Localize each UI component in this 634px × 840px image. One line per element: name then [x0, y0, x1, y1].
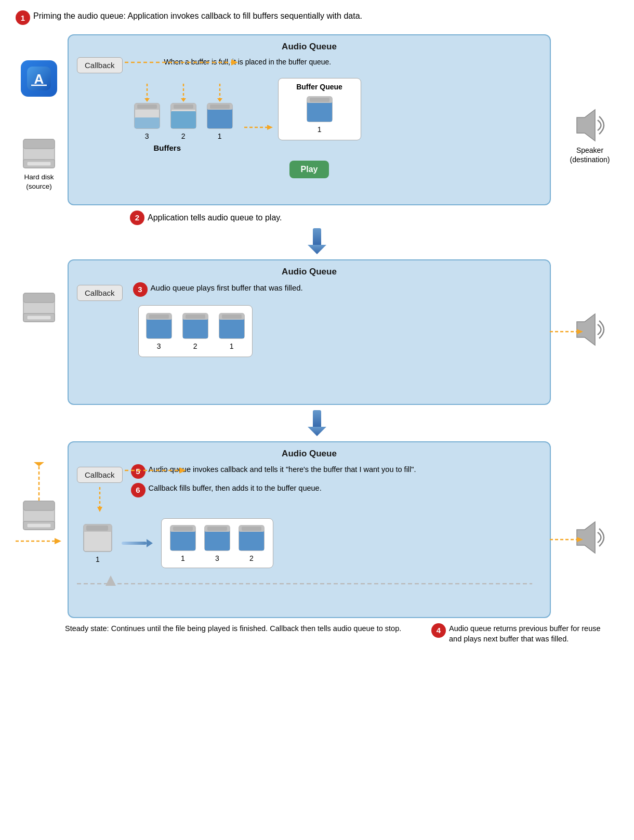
svg-marker-35	[308, 245, 326, 254]
step1-badge: 1	[16, 10, 30, 25]
buffer-label-2: 2	[181, 132, 186, 140]
svg-marker-32	[231, 59, 238, 65]
section3-to-speaker-arrow	[550, 536, 585, 543]
buffer3-queue-3	[203, 524, 231, 552]
svg-rect-79	[207, 527, 227, 531]
audio-queue-title-3: Audio Queue	[77, 449, 541, 459]
hard-disk-label: Hard disk(source)	[24, 173, 54, 191]
svg-marker-57	[34, 462, 44, 466]
svg-marker-8	[144, 98, 150, 102]
svg-marker-53	[577, 329, 583, 334]
buffer3-queue-label-1: 1	[181, 554, 185, 562]
step5-text: Audio queue invokes callback and tells i…	[149, 464, 416, 475]
step3-text: Audio queue plays first buffer that was …	[151, 282, 303, 293]
svg-marker-89	[179, 467, 186, 474]
svg-rect-24	[210, 104, 230, 109]
blue-arrow-2-3	[16, 410, 618, 436]
speaker-label-1: Speaker(destination)	[570, 146, 610, 164]
svg-rect-60	[23, 501, 55, 510]
hard-disk-icon-3	[21, 498, 57, 532]
audio-queue-box-2: Audio Queue Callback 3 Audio queue plays…	[68, 259, 551, 405]
svg-rect-4	[23, 139, 55, 149]
step3-badge: 3	[133, 282, 148, 297]
svg-rect-69	[86, 526, 108, 531]
blue-arrow-1-2	[16, 228, 618, 254]
svg-rect-75	[173, 527, 193, 531]
svg-rect-39	[27, 316, 51, 320]
svg-text:A: A	[34, 71, 44, 87]
svg-marker-71	[147, 539, 153, 547]
svg-marker-14	[181, 98, 186, 102]
down-arrow-1	[144, 84, 150, 102]
buffer2-icon-2	[181, 312, 209, 340]
callback-down-arrow-3	[96, 487, 104, 513]
svg-rect-70	[122, 542, 147, 545]
buffer-queue-label-1: 1	[318, 125, 322, 134]
buffer3-queue-label-3: 3	[215, 554, 219, 562]
svg-rect-6	[27, 162, 51, 166]
buffer-icon-3	[133, 102, 161, 130]
up-arrow-indicator	[105, 575, 116, 586]
svg-marker-33	[577, 110, 595, 141]
buffer2-label-2: 2	[193, 342, 197, 350]
svg-rect-47	[186, 314, 205, 319]
bottom-row: Steady state: Continues until the file b…	[16, 623, 618, 645]
step2-description: 2 Application tells audio queue to play.	[130, 211, 618, 225]
down-arrow-3	[217, 84, 223, 102]
speaker-icon-1	[569, 107, 611, 143]
hard-disk-icon	[21, 137, 57, 170]
buffer3-single-label: 1	[96, 555, 100, 563]
buffer3-queue-label-2: 2	[249, 554, 254, 562]
buffer2-icon-3	[145, 312, 173, 340]
buffer-queue-box: Buffer Queue	[278, 78, 361, 140]
down-arrow-2	[180, 84, 187, 102]
audio-queue-title-2: Audio Queue	[77, 267, 541, 277]
main-container: 1 Priming the audio queue: Application i…	[0, 0, 634, 654]
buffer3-queue-2	[237, 524, 266, 552]
step4-badge: 4	[431, 623, 446, 638]
svg-marker-85	[105, 575, 116, 586]
svg-rect-34	[313, 228, 321, 246]
svg-marker-66	[97, 507, 102, 512]
buffers-label: Buffers	[154, 143, 541, 152]
harddisk-right-arrow-3	[16, 536, 62, 546]
buffer2-icon-1	[218, 312, 246, 340]
callback-box-2: Callback	[77, 285, 123, 301]
svg-rect-18	[174, 104, 193, 109]
step1-description: 1 Priming the audio queue: Application i…	[16, 10, 618, 25]
step5-callback-arrow	[125, 466, 187, 475]
play-button[interactable]: Play	[289, 161, 329, 178]
steady-state-text: Steady state: Continues until the file b…	[65, 623, 416, 634]
svg-rect-43	[149, 314, 169, 319]
buffer-queue-icon-1	[306, 95, 334, 123]
buffer-icon-1	[206, 102, 234, 130]
buffer3-single	[82, 523, 113, 553]
app-icon: A	[21, 60, 57, 97]
svg-rect-51	[222, 314, 242, 319]
step1-text: Priming the audio queue: Application inv…	[33, 10, 362, 22]
svg-rect-12	[137, 104, 157, 109]
buffer2-label-1: 1	[230, 342, 234, 350]
svg-rect-30	[310, 98, 329, 102]
gray-dashed-bottom	[77, 579, 541, 589]
callback-box-3: Callback	[77, 467, 123, 483]
svg-rect-62	[27, 523, 51, 528]
svg-rect-55	[313, 410, 321, 428]
svg-marker-20	[217, 98, 222, 102]
audio-queue-title-1: Audio Queue	[77, 42, 541, 52]
buffer-to-queue-arrow	[244, 124, 273, 131]
svg-marker-87	[577, 537, 583, 542]
step2-text: Application tells audio queue to play.	[148, 213, 282, 222]
svg-rect-10	[135, 117, 160, 128]
svg-marker-64	[55, 538, 61, 544]
svg-marker-26	[267, 125, 273, 130]
buffer-queue-title: Buffer Queue	[285, 83, 354, 91]
buffer3-to-queue-arrow	[122, 538, 153, 548]
step6-text: Callback fills buffer, then adds it to t…	[149, 483, 322, 493]
audio-queue-box-3: Audio Queue Callback	[68, 441, 551, 618]
hard-disk-icon-2	[21, 291, 57, 324]
harddisk-up-arrow-3	[31, 462, 47, 504]
svg-rect-16	[171, 111, 196, 128]
callback-box-1: Callback	[77, 57, 123, 73]
callback-to-buffers-arrow	[125, 57, 239, 68]
